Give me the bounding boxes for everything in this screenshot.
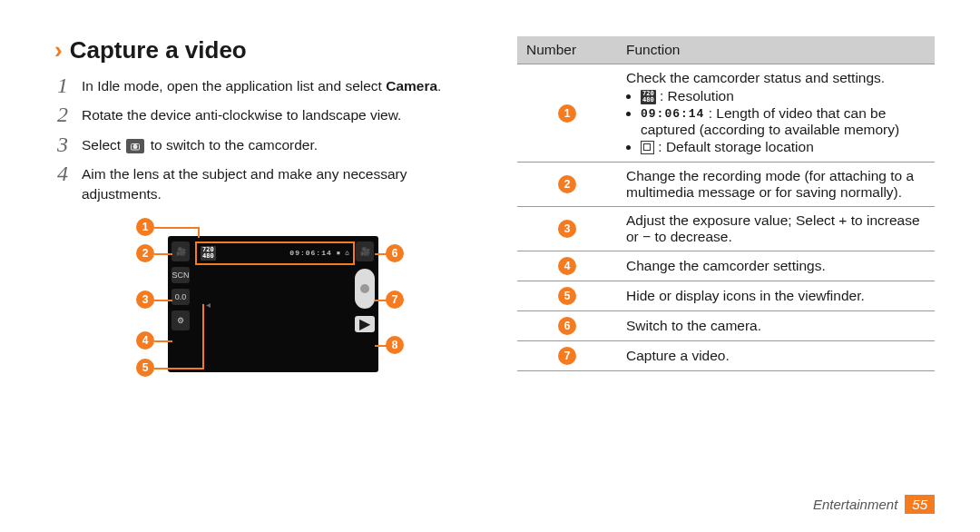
page-title: Capture a video — [70, 36, 247, 64]
gear-icon: ⚙ — [172, 310, 190, 330]
table-header-function: Function — [617, 36, 935, 64]
callout-7: 7 — [386, 291, 404, 309]
callout-badge: 2 — [558, 175, 576, 193]
step-text: Rotate the device anti-clockwise to land… — [82, 103, 472, 125]
page-footer: Entertainment55 — [813, 497, 935, 512]
section-label: Entertainment — [813, 497, 897, 512]
svg-point-0 — [133, 144, 138, 149]
callout-badge: 3 — [558, 220, 576, 238]
callout-badge: 7 — [558, 347, 576, 365]
table-header-number: Number — [517, 36, 617, 64]
timecode-icon: 09:06:14 — [641, 107, 704, 121]
callout-badge: 5 — [558, 287, 576, 305]
callout-6: 6 — [386, 244, 404, 262]
table-row: 1 Check the camcorder status and setting… — [517, 64, 935, 163]
scene-icon: SCN — [172, 267, 190, 283]
table-row: 6Switch to the camera. — [517, 311, 935, 341]
table-row: 2Change the recording mode (for attachin… — [517, 163, 935, 207]
step-text: In Idle mode, open the application list … — [82, 74, 472, 96]
chevron-left-icon: ◂ — [206, 300, 211, 310]
exposure-icon: 0.0 — [172, 289, 190, 305]
left-column: › Capture a video 1 In Idle mode, open t… — [54, 36, 472, 532]
camcorder-diagram: 🎥 SCN 0.0 ⚙ 720480 09:06:14 ▪ ⌂ 🎥 ▶ ◂ 1 — [113, 222, 413, 404]
timecode: 09:06:14 — [289, 249, 331, 257]
play-button: ▶ — [355, 316, 375, 332]
chevron-right-icon: › — [54, 36, 63, 64]
step-text: Aim the lens at the subject and make any… — [82, 162, 472, 203]
step-number: 1 — [54, 74, 71, 97]
table-row: 4Change the camcorder settings. — [517, 251, 935, 281]
callout-badge: 6 — [558, 317, 576, 335]
resolution-icon: 720480 — [641, 90, 656, 104]
storage-icon — [641, 141, 654, 154]
step-number: 3 — [54, 133, 71, 156]
callout-2: 2 — [136, 244, 154, 262]
callout-badge: 4 — [558, 257, 576, 275]
step-number: 4 — [54, 162, 71, 185]
record-button — [355, 269, 375, 309]
section-heading: › Capture a video — [54, 36, 472, 64]
steps-list: 1 In Idle mode, open the application lis… — [54, 74, 472, 204]
callout-badge: 1 — [558, 104, 576, 123]
step-text: Select to switch to the camcorder. — [82, 133, 472, 155]
function-table: Number Function 1 Check the camcorder st… — [517, 36, 935, 371]
callout-5: 5 — [136, 359, 154, 377]
switch-camera-icon: 🎥 — [356, 241, 374, 261]
page-number: 55 — [905, 495, 935, 514]
step-number: 2 — [54, 103, 71, 126]
camera-mode-icon — [126, 139, 144, 153]
table-row: 7Capture a video. — [517, 341, 935, 371]
callout-3: 3 — [136, 291, 154, 309]
mode-icon: 🎥 — [172, 241, 190, 261]
viewfinder-screen: 🎥 SCN 0.0 ⚙ 720480 09:06:14 ▪ ⌂ 🎥 ▶ ◂ — [168, 236, 378, 372]
callout-8: 8 — [386, 336, 404, 354]
callout-4: 4 — [136, 331, 154, 350]
callout-1: 1 — [136, 218, 154, 236]
table-row: 5Hide or display icons in the viewfinder… — [517, 281, 935, 311]
status-bar: 720480 09:06:14 ▪ ⌂ — [195, 241, 355, 265]
table-row: 3Adjust the exposure value; Select + to … — [517, 207, 935, 251]
right-column: Number Function 1 Check the camcorder st… — [517, 36, 935, 532]
